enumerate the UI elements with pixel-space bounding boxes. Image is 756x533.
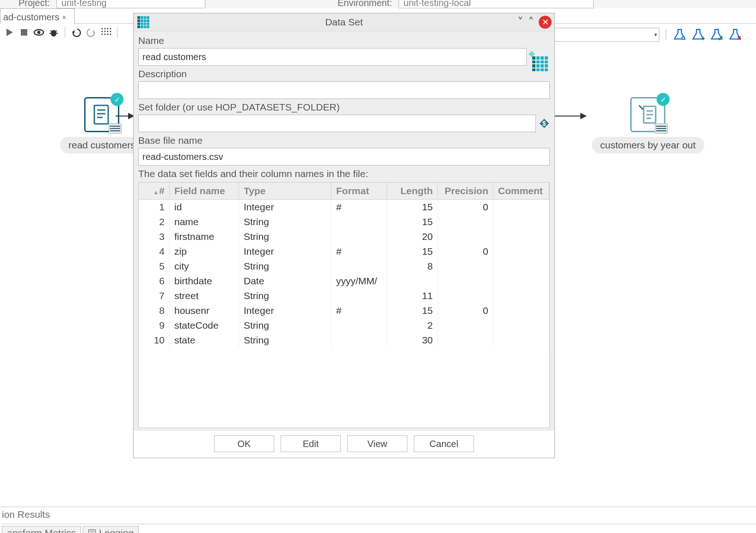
description-input[interactable]	[138, 81, 550, 99]
cell-precision[interactable]	[438, 288, 493, 303]
cell-type[interactable]: Integer	[239, 303, 332, 318]
cell-field[interactable]: city	[170, 259, 239, 274]
cell-format[interactable]	[332, 318, 387, 333]
col-format[interactable]: Format	[332, 183, 387, 200]
stop-icon[interactable]	[18, 27, 30, 38]
col-index[interactable]: #	[139, 183, 170, 200]
cell-comment[interactable]	[493, 229, 549, 244]
folder-input[interactable]	[138, 115, 536, 132]
col-length[interactable]: Length	[387, 183, 438, 200]
redo-icon[interactable]	[86, 27, 97, 38]
cell-comment[interactable]	[493, 318, 549, 333]
name-input[interactable]	[138, 48, 527, 66]
cell-length[interactable]: 11	[387, 288, 438, 303]
cell-precision[interactable]	[438, 259, 493, 274]
variable-icon[interactable]: $	[539, 118, 550, 129]
cell-length[interactable]: 2	[387, 318, 438, 333]
flask-check-icon[interactable]	[710, 28, 724, 42]
cell-format[interactable]: #	[332, 244, 387, 259]
cell-comment[interactable]	[493, 274, 549, 288]
cell-precision[interactable]	[438, 229, 493, 244]
cell-length[interactable]: 8	[387, 259, 438, 274]
cell-length[interactable]: 15	[387, 244, 438, 259]
hop-arrow[interactable]	[554, 116, 586, 116]
cell-format[interactable]	[332, 259, 387, 274]
cell-type[interactable]: String	[239, 333, 332, 348]
cell-field[interactable]: firstname	[170, 229, 239, 244]
table-row[interactable]: 8housenrInteger#150	[139, 303, 549, 318]
tab-read-customers[interactable]: ad-customers ✕	[0, 8, 75, 25]
cell-format[interactable]: #	[332, 303, 387, 318]
cell-field[interactable]: street	[170, 288, 239, 303]
tab-transform-metrics[interactable]: ansform Metrics	[2, 526, 81, 533]
view-button[interactable]: View	[347, 435, 407, 452]
table-row[interactable]: 5cityString8	[139, 259, 549, 274]
cell-format[interactable]	[332, 229, 387, 244]
cell-precision[interactable]	[438, 214, 493, 229]
table-row[interactable]: 9stateCodeString2	[139, 318, 549, 333]
cell-field[interactable]: name	[170, 214, 239, 229]
close-button[interactable]: ✕	[539, 16, 552, 29]
cell-precision[interactable]	[438, 333, 493, 348]
cell-field[interactable]: housenr	[170, 303, 239, 318]
cell-field[interactable]: id	[170, 200, 239, 215]
cell-field[interactable]: stateCode	[170, 318, 239, 333]
cell-format[interactable]	[332, 333, 387, 348]
cell-type[interactable]: Integer	[239, 200, 332, 215]
cell-comment[interactable]	[493, 200, 549, 215]
cell-comment[interactable]	[493, 244, 549, 259]
cell-comment[interactable]	[493, 333, 549, 348]
cell-format[interactable]	[332, 288, 387, 303]
flask-add-icon[interactable]: +	[691, 28, 705, 42]
flask-edit-icon[interactable]	[673, 28, 687, 42]
cell-type[interactable]: String	[239, 288, 332, 303]
cell-length[interactable]: 15	[387, 303, 438, 318]
col-precision[interactable]: Precision	[438, 183, 493, 200]
step-customers-by-year-out[interactable]: ✓ customers by year out	[592, 97, 704, 153]
align-grid-icon[interactable]	[100, 27, 111, 38]
cell-format[interactable]: yyyy/MM/	[332, 274, 387, 288]
step-read-customers[interactable]: ✓ read customers	[60, 97, 144, 153]
project-value[interactable]: unit-testing	[56, 0, 205, 8]
cell-comment[interactable]	[493, 303, 549, 318]
undo-icon[interactable]	[71, 27, 82, 38]
cell-length[interactable]: 20	[387, 229, 438, 244]
table-row[interactable]: 7streetString11	[139, 288, 549, 303]
cell-length[interactable]	[387, 274, 438, 288]
results-tab-label[interactable]: ion Results	[1, 509, 756, 520]
basefile-input[interactable]	[138, 148, 550, 165]
bug-icon[interactable]	[48, 27, 59, 38]
environment-value[interactable]: unit-testing-local	[399, 0, 594, 8]
cell-comment[interactable]	[493, 259, 549, 274]
collapse-up-icon[interactable]: ˄	[528, 16, 534, 28]
cell-length[interactable]: 30	[387, 333, 438, 348]
cell-field[interactable]: state	[170, 333, 239, 348]
cell-field[interactable]: zip	[170, 244, 239, 259]
cell-type[interactable]: Date	[239, 274, 332, 288]
tab-logging[interactable]: Logging	[83, 526, 139, 533]
cell-type[interactable]: Integer	[239, 244, 332, 259]
dialog-titlebar[interactable]: Data Set ˅ ˄ ✕	[134, 13, 554, 31]
cell-precision[interactable]	[438, 318, 493, 333]
col-field-name[interactable]: Field name	[170, 183, 239, 200]
col-comment[interactable]: Comment	[493, 183, 549, 200]
table-row[interactable]: 4zipInteger#150	[139, 244, 549, 259]
cell-length[interactable]: 15	[387, 200, 438, 215]
cell-type[interactable]: String	[239, 318, 332, 333]
edit-button[interactable]: Edit	[281, 435, 341, 452]
cell-length[interactable]: 15	[387, 214, 438, 229]
cell-precision[interactable]: 0	[438, 244, 493, 259]
table-row[interactable]: 2nameString15	[139, 214, 549, 229]
close-icon[interactable]: ✕	[62, 13, 66, 21]
table-row[interactable]: 10stateString30	[139, 333, 549, 348]
cell-precision[interactable]: 0	[438, 303, 493, 318]
cell-comment[interactable]	[493, 288, 549, 303]
cell-comment[interactable]	[493, 214, 549, 229]
table-row[interactable]: 1idInteger#150	[139, 200, 549, 215]
cancel-button[interactable]: Cancel	[414, 435, 474, 452]
cell-format[interactable]: #	[332, 200, 387, 215]
ok-button[interactable]: OK	[214, 435, 274, 452]
flask-delete-icon[interactable]: ×	[728, 28, 742, 42]
cell-field[interactable]: birthdate	[170, 274, 239, 288]
col-type[interactable]: Type	[239, 183, 332, 200]
